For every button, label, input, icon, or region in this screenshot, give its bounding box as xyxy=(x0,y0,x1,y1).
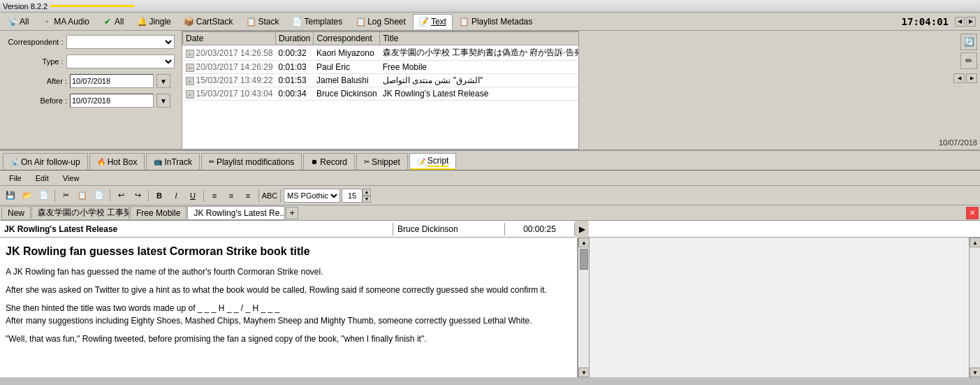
nav-all-icon: 📡 xyxy=(8,17,17,27)
nav-stack[interactable]: 📋 Stack xyxy=(240,14,285,29)
after-date-input[interactable] xyxy=(70,74,154,88)
nav-jingle-label: Jingle xyxy=(149,17,170,27)
edit-menu[interactable]: Edit xyxy=(29,172,55,184)
nav-scroll-left[interactable]: ◀ xyxy=(955,17,965,27)
article-duration: 00:00:25 xyxy=(505,223,575,235)
nav-all[interactable]: 📡 All xyxy=(1,14,35,29)
font-size-control: ▲ ▼ xyxy=(342,189,371,203)
copy-btn[interactable]: 📋 xyxy=(75,188,90,203)
nav-jingle-icon: 🔔 xyxy=(137,17,147,27)
correspondent-filter-row: Correspondent : xyxy=(8,35,175,49)
file-menu[interactable]: File xyxy=(3,172,28,184)
record-icon: ⏺ xyxy=(311,158,318,166)
italic-btn[interactable]: I xyxy=(168,188,184,203)
tab-script[interactable]: 📝 Script xyxy=(409,153,457,170)
after-filter-row: After : ▼ xyxy=(11,74,170,88)
article-next-btn[interactable]: ▶ xyxy=(575,221,589,238)
new-btn[interactable]: 📄 xyxy=(36,188,52,203)
doc-tab-free-mobile[interactable]: Free Mobile xyxy=(130,206,187,220)
doc-tab-add-btn[interactable]: + xyxy=(286,207,298,219)
nav-text[interactable]: 📝 Text xyxy=(413,14,453,29)
tab-on-air[interactable]: 📡 On Air follow-up xyxy=(3,153,88,170)
align-right-btn[interactable]: ≡ xyxy=(240,188,256,203)
editor-scrollbar: ▲ ▼ xyxy=(578,238,589,377)
editor-toolbar: 💾 📂 📄 ✂ 📋 📄 ↩ ↪ B I U ≡ ≡ ≡ ABC MS PGoth… xyxy=(0,186,980,205)
article-para-1: A JK Rowling fan has guessed the name of… xyxy=(6,266,571,278)
records-table: Date Duration Correspondent Title Type ▪… xyxy=(182,31,579,101)
on-air-icon: 📡 xyxy=(10,158,19,166)
scroll-down-btn[interactable]: ▼ xyxy=(578,368,590,377)
right-scroll-down-btn[interactable]: ▼ xyxy=(970,368,980,377)
scroll-thumb[interactable] xyxy=(580,249,588,270)
font-select[interactable]: MS PGothic xyxy=(284,189,340,203)
tab-record[interactable]: ⏺ Record xyxy=(303,153,355,170)
sidebar-left-btn[interactable]: ◀ xyxy=(953,73,965,83)
nav-cartstack[interactable]: 📦 CartStack xyxy=(178,14,240,29)
table-row[interactable]: ▪20/03/2017 14:26:58 0:00:32 Kaori Miyaz… xyxy=(183,45,579,61)
nav-templates-label: Templates xyxy=(304,17,342,27)
align-center-btn[interactable]: ≡ xyxy=(224,188,239,203)
open-btn[interactable]: 📂 xyxy=(20,188,35,203)
toolbar-sep2 xyxy=(110,189,110,202)
after-date-picker-btn[interactable]: ▼ xyxy=(156,74,170,88)
nav-log-sheet[interactable]: 📋 Log Sheet xyxy=(349,14,412,29)
editor-container: JK Rowling fan guesses latest Cormoran S… xyxy=(0,238,980,377)
spellcheck-btn[interactable]: ABC xyxy=(262,188,277,203)
toolbar-sep4 xyxy=(203,189,204,202)
tab-intrack[interactable]: 📺 InTrack xyxy=(146,153,200,170)
nav-playlist[interactable]: 📋 Playlist Metadas xyxy=(453,14,539,29)
title-bar: Version 8.2.2 xyxy=(0,0,980,13)
size-down-btn[interactable]: ▼ xyxy=(363,196,371,203)
nav-log-icon: 📋 xyxy=(356,17,365,27)
doc-tab-new[interactable]: New xyxy=(1,206,31,220)
view-menu[interactable]: View xyxy=(57,172,86,184)
nav-jingle[interactable]: 🔔 Jingle xyxy=(131,14,177,29)
tab-snippet[interactable]: ✂ Snippet xyxy=(356,153,408,170)
correspondent-select[interactable] xyxy=(66,35,175,49)
sidebar-controls: 🔄 ✏ xyxy=(960,34,977,69)
cell-correspondent: Paul Eric xyxy=(314,61,380,74)
align-left-btn[interactable]: ≡ xyxy=(207,188,222,203)
tab-hot-box[interactable]: 🔥 Hot Box xyxy=(89,153,145,170)
nav-ma-audio[interactable]: ▪ MA Audio xyxy=(36,14,96,29)
tab-playlist-mod[interactable]: ✏ Playlist modifications xyxy=(201,153,302,170)
nav-templates[interactable]: 📄 Templates xyxy=(286,14,349,29)
underline-btn[interactable]: U xyxy=(185,188,200,203)
table-row[interactable]: ▪15/03/2017 13:49:22 0:01:53 Jamel Balus… xyxy=(183,74,579,87)
doc-tab-close-btn[interactable]: ✕ xyxy=(966,207,979,219)
doc-tab-jk-rowling[interactable]: JK Rowling's Latest Re... xyxy=(187,206,285,220)
before-date-input[interactable] xyxy=(70,94,154,108)
doc-tab-jk-rowling-label: JK Rowling's Latest Re... xyxy=(193,208,285,218)
doc-tab-moritomo[interactable]: 森友学園の小学校 工事契約書は偽造か 府が告... xyxy=(31,206,129,220)
nav-templates-icon: 📄 xyxy=(292,17,302,27)
table-row[interactable]: ▪20/03/2017 14:26:29 0:01:03 Paul Eric F… xyxy=(183,61,579,74)
bold-btn[interactable]: B xyxy=(152,188,167,203)
type-select[interactable] xyxy=(66,55,175,68)
editor-content[interactable]: JK Rowling fan guesses latest Cormoran S… xyxy=(0,238,578,377)
scroll-up-btn[interactable]: ▲ xyxy=(578,238,590,247)
save-btn[interactable]: 💾 xyxy=(3,188,18,203)
doc-tab-new-label: New xyxy=(8,208,24,218)
sidebar-refresh-btn[interactable]: 🔄 xyxy=(960,34,977,50)
cut-btn[interactable]: ✂ xyxy=(58,188,73,203)
right-panel-content xyxy=(590,238,969,377)
sidebar-pencil-btn[interactable]: ✏ xyxy=(960,52,977,69)
nav-all2[interactable]: ✔ All xyxy=(96,14,130,29)
size-up-btn[interactable]: ▲ xyxy=(363,189,371,196)
nav-playlist-label: Playlist Metadas xyxy=(471,17,532,27)
undo-btn[interactable]: ↩ xyxy=(113,188,129,203)
cell-duration: 0:00:32 xyxy=(276,45,314,61)
nav-scroll-right[interactable]: ▶ xyxy=(966,17,976,27)
doc-tabs-bar: New 森友学園の小学校 工事契約書は偽造か 府が告... Free Mobil… xyxy=(0,205,980,221)
before-date-picker-btn[interactable]: ▼ xyxy=(156,94,170,108)
nav-bar: 📡 All ▪ MA Audio ✔ All 🔔 Jingle 📦 CartSt… xyxy=(0,13,980,31)
redo-btn[interactable]: ↪ xyxy=(130,188,145,203)
font-size-input[interactable] xyxy=(342,189,363,203)
sidebar-right-btn[interactable]: ▶ xyxy=(966,73,977,83)
table-row[interactable]: ▪15/03/2017 10:43:04 0:00:34 Bruce Dicki… xyxy=(183,87,579,101)
right-scroll-up-btn[interactable]: ▲ xyxy=(970,238,980,247)
snippet-label: Snippet xyxy=(372,157,400,167)
type-label: Type : xyxy=(8,57,64,66)
paste-btn[interactable]: 📄 xyxy=(92,188,107,203)
nav-text-icon: 📝 xyxy=(419,17,429,27)
